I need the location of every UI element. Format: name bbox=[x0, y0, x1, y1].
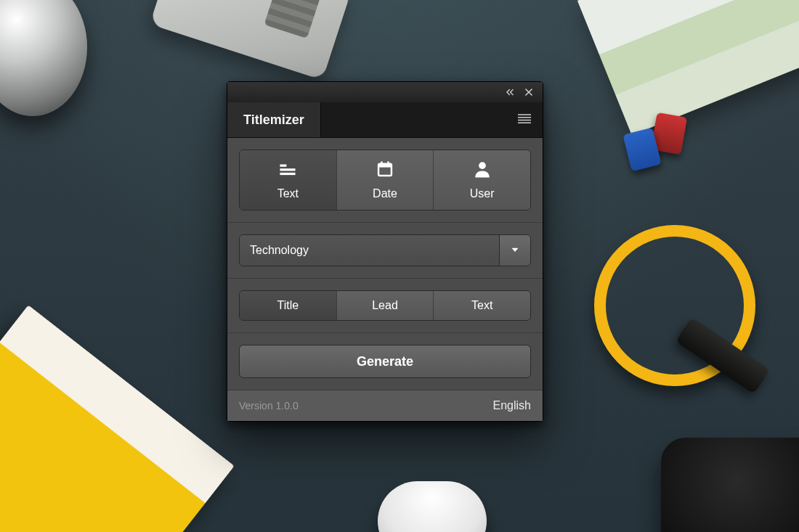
app-tab[interactable]: Titlemizer bbox=[227, 102, 321, 137]
category-select[interactable]: Technology bbox=[239, 234, 531, 266]
app-title: Titlemizer bbox=[243, 112, 304, 128]
mode-tab-label: Date bbox=[373, 187, 397, 200]
calendar-icon bbox=[376, 160, 394, 181]
mode-tab-label: User bbox=[470, 187, 495, 200]
background-book bbox=[0, 305, 235, 532]
generate-section: Generate bbox=[227, 332, 543, 390]
output-section: Title Lead Text bbox=[227, 278, 543, 332]
output-tab-label: Lead bbox=[372, 299, 398, 312]
version-label: Version 1.0.0 bbox=[239, 400, 299, 412]
background-device bbox=[661, 438, 799, 532]
window-system-bar bbox=[227, 82, 543, 102]
svg-point-13 bbox=[479, 162, 486, 169]
mode-tab-date[interactable]: Date bbox=[336, 150, 434, 210]
user-icon bbox=[473, 160, 492, 181]
background-keypad bbox=[150, 0, 352, 80]
mode-tab-label: Text bbox=[277, 187, 299, 200]
output-tab-text[interactable]: Text bbox=[433, 291, 530, 320]
mode-segmented-control: Text Date User bbox=[239, 150, 531, 210]
category-dropdown-button[interactable] bbox=[499, 235, 530, 266]
output-segmented-control: Title Lead Text bbox=[239, 290, 531, 321]
svg-rect-6 bbox=[280, 165, 287, 167]
panel-menu-button[interactable] bbox=[506, 102, 543, 137]
titlemizer-panel: Titlemizer Text bbox=[227, 81, 543, 422]
background-mouse bbox=[378, 481, 487, 532]
background-object bbox=[0, 0, 87, 116]
output-tab-label: Text bbox=[471, 299, 492, 312]
chevron-down-icon bbox=[511, 245, 519, 256]
category-section: Technology bbox=[227, 222, 543, 278]
panel-footer: Version 1.0.0 English bbox=[227, 390, 543, 421]
svg-rect-10 bbox=[378, 164, 392, 168]
menu-lines-icon bbox=[518, 114, 531, 126]
svg-rect-11 bbox=[381, 161, 382, 165]
svg-rect-2 bbox=[518, 114, 531, 115]
svg-rect-8 bbox=[280, 173, 296, 175]
mode-section: Text Date User bbox=[227, 138, 543, 222]
mode-tab-text[interactable]: Text bbox=[240, 150, 336, 210]
background-books bbox=[577, 0, 799, 135]
generate-button[interactable]: Generate bbox=[239, 345, 531, 378]
close-icon[interactable] bbox=[524, 87, 534, 97]
svg-rect-5 bbox=[518, 122, 531, 123]
output-tab-label: Title bbox=[277, 299, 299, 312]
language-selector[interactable]: English bbox=[493, 399, 531, 412]
mode-tab-user[interactable]: User bbox=[433, 150, 530, 210]
app-tab-bar: Titlemizer bbox=[227, 102, 543, 138]
svg-rect-4 bbox=[518, 119, 531, 120]
output-tab-title[interactable]: Title bbox=[240, 291, 336, 320]
svg-marker-14 bbox=[512, 248, 519, 252]
generate-label: Generate bbox=[357, 354, 413, 369]
collapse-icon[interactable] bbox=[505, 87, 515, 97]
output-tab-lead[interactable]: Lead bbox=[336, 291, 434, 320]
panel-body: Text Date User Technology bbox=[227, 138, 543, 421]
text-lines-icon bbox=[278, 160, 297, 181]
svg-rect-3 bbox=[518, 117, 531, 118]
svg-rect-7 bbox=[280, 168, 296, 171]
category-value[interactable]: Technology bbox=[240, 235, 499, 266]
svg-rect-12 bbox=[387, 161, 389, 165]
